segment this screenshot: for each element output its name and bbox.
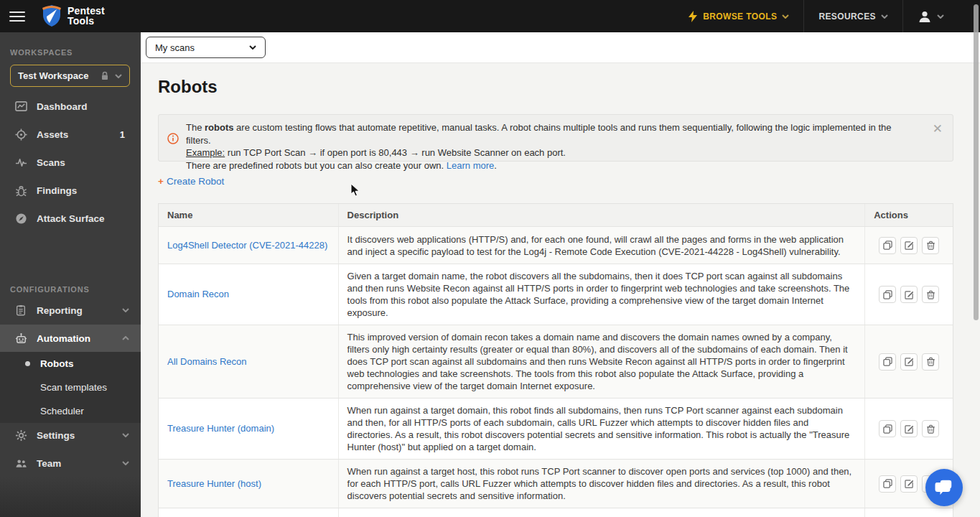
- resources-menu[interactable]: RESOURCES: [804, 0, 902, 32]
- chevron-down-icon: [937, 14, 944, 19]
- resources-label: RESOURCES: [818, 11, 876, 22]
- close-icon[interactable]: ✕: [933, 121, 943, 136]
- sidebar-subitem-scheduler[interactable]: Scheduler: [0, 399, 141, 423]
- top-navbar: Pentest Tools BROWSE TOOLS RESOURCES: [0, 0, 980, 32]
- sidebar-item-label: Scans: [37, 157, 141, 168]
- learn-more-link[interactable]: Learn more: [447, 160, 494, 171]
- info-line-3: There are predefined robots but you can …: [186, 159, 918, 172]
- row-actions: [864, 399, 953, 459]
- page-title: Robots: [158, 77, 218, 97]
- robots-table: Name Description Actions Log4Shell Detec…: [158, 203, 953, 517]
- sidebar-item-label: Settings: [37, 430, 122, 441]
- edit-icon[interactable]: [900, 475, 918, 493]
- user-icon: [918, 9, 932, 24]
- table-row: Treasure Hunter (domain) When run agains…: [159, 398, 953, 459]
- workspace-selector[interactable]: Test Workspace: [10, 65, 130, 87]
- pentest-tools-logo[interactable]: Pentest Tools: [41, 4, 105, 27]
- chevron-down-icon: [881, 14, 888, 19]
- robot-name-link[interactable]: Domain Recon: [167, 289, 229, 300]
- duplicate-icon[interactable]: [879, 237, 896, 254]
- sidebar-item-label: Automation: [37, 333, 122, 344]
- table-row: Treasure Hunter (host) When run against …: [159, 459, 953, 508]
- sidebar-bottom-shade: [0, 477, 141, 517]
- sidebar-item-reporting[interactable]: Reporting: [0, 297, 141, 324]
- info-icon: [167, 133, 179, 144]
- table-header-row: Name Description Actions: [159, 204, 953, 226]
- edit-icon[interactable]: [900, 353, 918, 371]
- vertical-scrollbar[interactable]: [974, 4, 979, 320]
- sidebar-item-dashboard[interactable]: Dashboard: [0, 93, 141, 120]
- logo-text: Pentest Tools: [67, 6, 105, 26]
- automation-submenu: Robots Scan templates Scheduler: [0, 352, 141, 423]
- sidebar-item-label: Findings: [37, 185, 141, 196]
- robot-description: This robot tries to discover password pr…: [338, 508, 865, 517]
- duplicate-icon[interactable]: [879, 353, 896, 371]
- robot-description: It discovers web applications (HTTP/S) a…: [338, 227, 865, 264]
- edit-icon[interactable]: [900, 237, 918, 254]
- scans-scope-select[interactable]: My scans: [146, 37, 266, 58]
- assets-icon: [14, 128, 27, 141]
- plus-icon: +: [158, 176, 164, 187]
- row-actions: [864, 264, 953, 325]
- info-line-2: Example: run TCP Port Scan → if open por…: [186, 146, 918, 159]
- sidebar-item-assets[interactable]: Assets 1: [0, 121, 141, 148]
- configurations-section-label: CONFIGURATIONS: [10, 285, 90, 294]
- chevron-down-icon: [249, 45, 256, 50]
- automation-robot-icon: [14, 332, 27, 345]
- shield-logo-icon: [41, 4, 62, 27]
- account-menu[interactable]: [903, 0, 958, 32]
- robot-name-link[interactable]: Treasure Hunter (host): [167, 478, 261, 490]
- table-row: Auto HTTP Login Bruteforcer This robot t…: [159, 508, 953, 517]
- duplicate-icon[interactable]: [879, 286, 896, 303]
- sidebar-subitem-scan-templates[interactable]: Scan templates: [0, 376, 141, 399]
- assets-count-badge: 1: [120, 129, 125, 140]
- duplicate-icon[interactable]: [879, 420, 896, 437]
- scans-icon: [14, 156, 27, 169]
- sidebar-item-findings[interactable]: Findings: [0, 177, 141, 204]
- robot-name-link[interactable]: All Domains Recon: [167, 356, 247, 368]
- table-row: Domain Recon Given a target domain name,…: [159, 264, 953, 325]
- robot-name-link[interactable]: Treasure Hunter (domain): [167, 423, 274, 434]
- robot-description: When run against a target domain, this r…: [338, 399, 865, 459]
- chevron-up-icon: [122, 336, 129, 340]
- sidebar: WORKSPACES Test Workspace Dashboard Asse…: [0, 32, 141, 517]
- settings-gear-icon: [14, 429, 27, 442]
- subitem-label: Scheduler: [40, 406, 84, 416]
- delete-icon[interactable]: [922, 237, 939, 254]
- chevron-down-icon: [122, 308, 129, 312]
- chevron-down-icon: [122, 461, 129, 465]
- sidebar-subitem-robots[interactable]: Robots: [0, 352, 141, 376]
- delete-icon[interactable]: [922, 353, 939, 371]
- workspace-name: Test Workspace: [18, 70, 101, 81]
- delete-icon[interactable]: [922, 420, 939, 437]
- chevron-down-icon: [122, 433, 129, 437]
- column-header-description: Description: [338, 204, 865, 226]
- robots-info-banner: The robots are custom testing flows that…: [158, 114, 953, 162]
- sidebar-item-settings[interactable]: Settings: [0, 421, 141, 449]
- chat-widget-button[interactable]: [925, 469, 963, 506]
- reporting-icon: [14, 304, 27, 317]
- sidebar-item-attack-surface[interactable]: Attack Surface: [0, 205, 141, 232]
- edit-icon[interactable]: [900, 286, 918, 303]
- sidebar-item-team[interactable]: Team: [0, 450, 141, 477]
- chevron-down-icon: [782, 14, 789, 19]
- robot-name-link[interactable]: Log4Shell Detector (CVE-2021-44228): [167, 240, 327, 251]
- attack-surface-icon: [14, 212, 27, 225]
- active-dot: [25, 361, 30, 366]
- hamburger-menu-icon[interactable]: [9, 9, 25, 23]
- create-robot-button[interactable]: +Create Robot: [158, 176, 224, 187]
- sidebar-item-label: Dashboard: [37, 101, 141, 112]
- duplicate-icon[interactable]: [879, 475, 896, 493]
- edit-icon[interactable]: [900, 420, 918, 437]
- subitem-label: Scan templates: [40, 382, 107, 393]
- sidebar-item-automation[interactable]: Automation: [0, 325, 141, 352]
- robot-description: Given a target domain name, the robot di…: [338, 264, 865, 325]
- workspaces-section-label: WORKSPACES: [10, 48, 73, 57]
- lock-icon: [101, 71, 109, 80]
- delete-icon[interactable]: [922, 286, 939, 303]
- sidebar-item-scans[interactable]: Scans: [0, 149, 141, 176]
- browse-tools-menu[interactable]: BROWSE TOOLS: [673, 0, 803, 32]
- sidebar-item-label: Assets: [37, 129, 120, 140]
- browse-tools-label: BROWSE TOOLS: [703, 11, 777, 22]
- app-window: Pentest Tools BROWSE TOOLS RESOURCES: [0, 0, 980, 517]
